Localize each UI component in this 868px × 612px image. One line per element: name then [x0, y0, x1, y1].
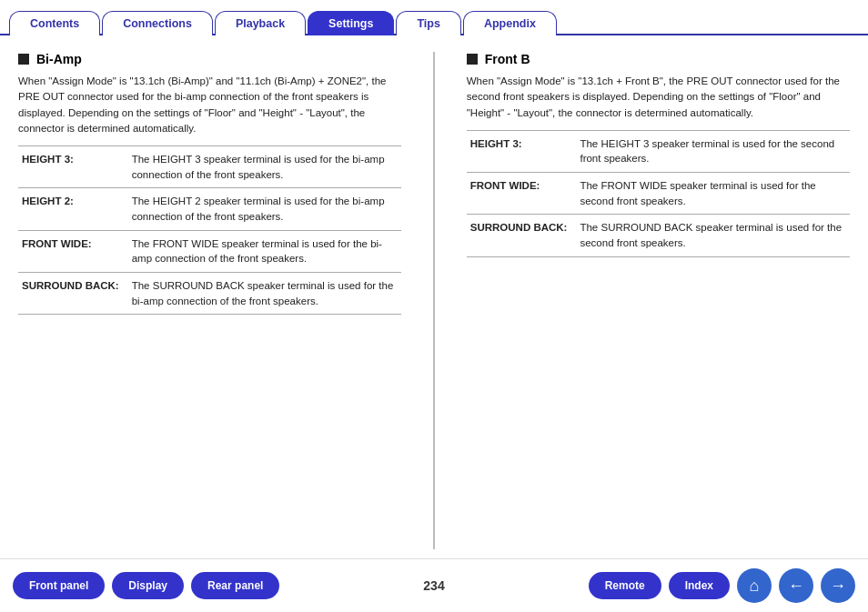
row-label: FRONT WIDE:	[18, 230, 123, 272]
row-desc: The FRONT WIDE speaker terminal is used …	[570, 173, 850, 215]
section-divider	[433, 52, 435, 549]
footer-right: Remote Index ⌂ ← →	[589, 568, 855, 603]
display-button[interactable]: Display	[112, 572, 184, 599]
bi-amp-table: HEIGHT 3: The HEIGHT 3 speaker terminal …	[18, 145, 401, 315]
row-label: FRONT WIDE:	[467, 173, 571, 215]
row-desc: The HEIGHT 2 speaker terminal is used fo…	[123, 188, 402, 230]
home-button[interactable]: ⌂	[737, 568, 772, 603]
nav-tabs: ContentsConnectionsPlaybackSettingsTipsA…	[0, 0, 868, 35]
table-row: SURROUND BACK: The SURROUND BACK speaker…	[467, 215, 850, 256]
front-b-section: Front B When "Assign Mode" is "13.1ch + …	[467, 52, 850, 549]
row-desc: The HEIGHT 3 speaker terminal is used fo…	[570, 130, 850, 172]
row-desc: The SURROUND BACK speaker terminal is us…	[123, 273, 402, 315]
nav-tab-playback[interactable]: Playback	[215, 11, 306, 35]
front-panel-button[interactable]: Front panel	[13, 572, 105, 599]
forward-icon: →	[830, 577, 846, 596]
back-icon: ←	[788, 577, 804, 596]
table-row: HEIGHT 3: The HEIGHT 3 speaker terminal …	[467, 130, 850, 172]
row-label: HEIGHT 2:	[18, 188, 123, 230]
row-label: SURROUND BACK:	[467, 215, 571, 256]
table-row: SURROUND BACK: The SURROUND BACK speaker…	[18, 273, 401, 315]
page-number: 234	[423, 578, 444, 593]
front-b-intro: When "Assign Mode" is "13.1ch + Front B"…	[467, 74, 850, 121]
nav-tab-connections[interactable]: Connections	[102, 11, 213, 35]
nav-tab-settings[interactable]: Settings	[308, 11, 394, 35]
nav-tab-tips[interactable]: Tips	[396, 11, 460, 35]
table-row: FRONT WIDE: The FRONT WIDE speaker termi…	[467, 173, 850, 215]
row-desc: The HEIGHT 3 speaker terminal is used fo…	[123, 146, 402, 188]
main-content: Bi-Amp When "Assign Mode" is "13.1ch (Bi…	[0, 35, 868, 558]
front-b-title: Front B	[467, 52, 850, 66]
index-button[interactable]: Index	[669, 572, 730, 599]
home-icon: ⌂	[750, 577, 760, 596]
forward-button[interactable]: →	[821, 568, 855, 603]
nav-tab-appendix[interactable]: Appendix	[463, 11, 557, 35]
bi-amp-section: Bi-Amp When "Assign Mode" is "13.1ch (Bi…	[18, 52, 401, 549]
row-label: SURROUND BACK:	[18, 273, 123, 315]
row-desc: The FRONT WIDE speaker terminal is used …	[123, 230, 402, 272]
remote-button[interactable]: Remote	[589, 572, 661, 599]
table-row: HEIGHT 3: The HEIGHT 3 speaker terminal …	[18, 146, 401, 188]
row-desc: The SURROUND BACK speaker terminal is us…	[570, 215, 850, 256]
bi-amp-icon	[18, 54, 29, 65]
front-b-icon	[467, 54, 478, 65]
table-row: HEIGHT 2: The HEIGHT 2 speaker terminal …	[18, 188, 401, 230]
nav-tab-contents[interactable]: Contents	[9, 11, 100, 35]
footer: Front panel Display Rear panel 234 Remot…	[0, 558, 868, 612]
rear-panel-button[interactable]: Rear panel	[191, 572, 279, 599]
back-button[interactable]: ←	[779, 568, 813, 603]
front-b-table: HEIGHT 3: The HEIGHT 3 speaker terminal …	[467, 130, 850, 257]
bi-amp-intro: When "Assign Mode" is "13.1ch (Bi-Amp)" …	[18, 74, 401, 136]
table-row: FRONT WIDE: The FRONT WIDE speaker termi…	[18, 230, 401, 272]
row-label: HEIGHT 3:	[467, 130, 571, 172]
footer-left: Front panel Display Rear panel	[13, 572, 279, 599]
bi-amp-title: Bi-Amp	[18, 52, 401, 66]
row-label: HEIGHT 3:	[18, 146, 123, 188]
